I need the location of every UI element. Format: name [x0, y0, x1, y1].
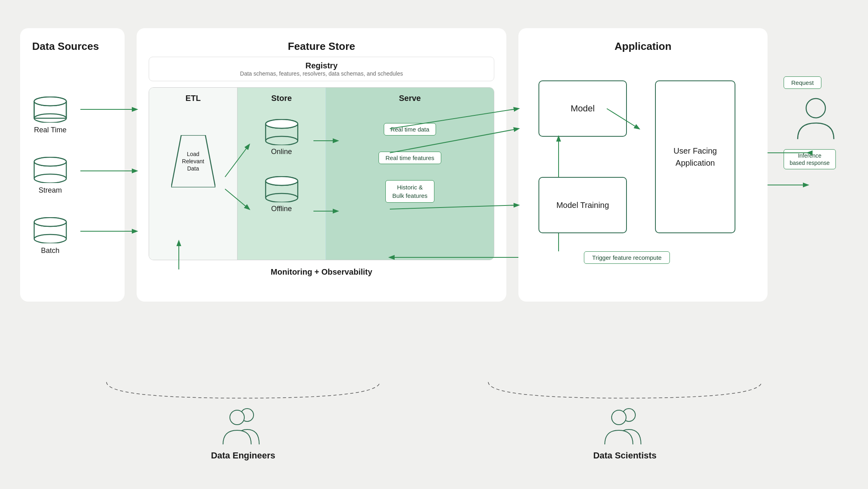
offline-cylinder [264, 176, 300, 202]
svg-point-25 [266, 193, 298, 202]
store-section: Store Online [237, 88, 326, 260]
request-badge: Request [784, 76, 821, 89]
inference-badge: Inferencebased response [784, 149, 836, 169]
stream-cylinder [32, 157, 68, 183]
data-scientists-label: Data Scientists [593, 450, 657, 461]
data-scientists-icon [599, 406, 651, 446]
data-scientists-bracket [484, 378, 766, 402]
offline-label: Offline [271, 205, 292, 213]
trigger-recompute-badge: Trigger feature recompute [538, 251, 715, 264]
data-scientists-group: Data Scientists [484, 378, 766, 461]
etl-store-serve-area: ETL LoadRelevant Data Store [149, 87, 494, 260]
svg-point-9 [34, 174, 66, 183]
data-engineers-icon [217, 406, 269, 446]
real-time-features-badge: Real time features [379, 152, 441, 164]
real-time-data-badge: Real time data [384, 123, 436, 136]
serve-label: Serve [399, 94, 421, 103]
batch-label: Batch [41, 247, 59, 255]
stream-label: Stream [39, 186, 62, 195]
online-cylinder [264, 119, 300, 145]
user-facing-box: User FacingApplication [655, 80, 735, 233]
svg-point-14 [34, 234, 66, 243]
svg-point-21 [266, 119, 298, 128]
real-time-label: Real Time [34, 126, 66, 134]
registry-label: Registry [157, 61, 486, 70]
svg-point-5 [34, 97, 66, 106]
data-engineers-group: Data Engineers [102, 378, 384, 461]
application-panel: Application Model Model Training User Fa… [518, 28, 768, 302]
application-title: Application [530, 40, 755, 53]
data-engineers-label: Data Engineers [211, 450, 275, 461]
data-engineers-bracket [102, 378, 384, 402]
real-time-cylinder [32, 97, 68, 123]
store-label: Store [271, 94, 292, 103]
load-relevant-label: LoadRelevant Data [182, 151, 204, 172]
historic-bulk-badge: Historic &Bulk features [385, 180, 434, 203]
svg-point-50 [612, 410, 626, 425]
svg-point-48 [230, 410, 244, 425]
registry-section: Registry Data schemas, features, resolve… [149, 57, 494, 81]
serve-section: Serve Real time data Real time features … [326, 88, 494, 260]
etl-label: ETL [186, 94, 201, 103]
registry-subtitle: Data schemas, features, resolvers, data … [157, 70, 486, 77]
monitoring-text: Monitoring + Observability [149, 267, 494, 277]
svg-point-20 [266, 136, 298, 145]
feature-store-panel: Feature Store Registry Data schemas, fea… [137, 28, 506, 302]
svg-point-15 [34, 218, 66, 226]
user-icon [796, 97, 836, 141]
model-box: Model [538, 80, 627, 137]
svg-point-27 [806, 99, 825, 118]
svg-point-26 [266, 177, 298, 185]
batch-cylinder [32, 217, 68, 243]
feature-store-title: Feature Store [149, 40, 494, 53]
data-sources-title: Data Sources [32, 40, 113, 53]
model-training-box: Model Training [538, 177, 627, 233]
etl-section: ETL LoadRelevant Data [149, 88, 237, 260]
online-label: Online [271, 148, 292, 156]
user-area: Request Inferencebased response [784, 76, 848, 177]
svg-point-10 [34, 157, 66, 166]
data-sources-panel: Data Sources Real Time [20, 28, 125, 302]
